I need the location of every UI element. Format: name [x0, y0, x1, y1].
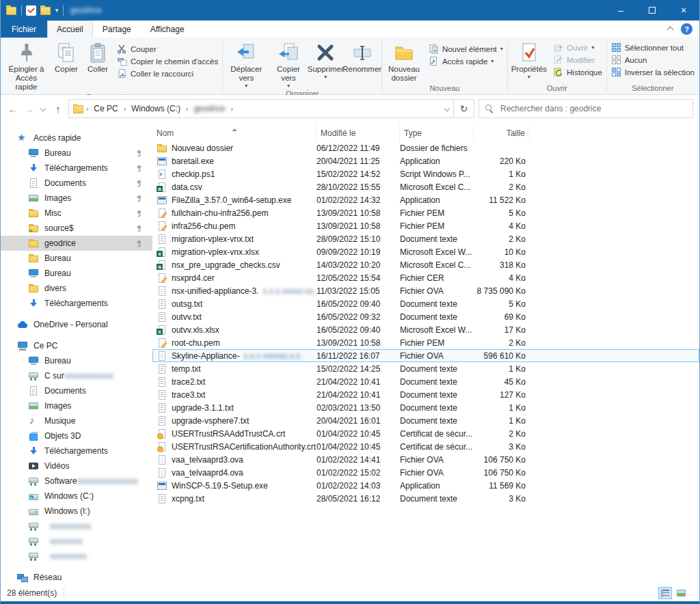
sidebar-item[interactable]: Images [1, 398, 152, 413]
tab-affichage[interactable]: Affichage [141, 20, 194, 38]
copy-to-button[interactable]: Copier vers ▾ [269, 40, 308, 89]
tab-fichier[interactable]: Fichier [1, 20, 47, 38]
address-dropdown-icon[interactable] [445, 107, 450, 111]
file-row[interactable]: FileZilla_3.57.0_win64-setup.exe 01/02/2… [152, 193, 699, 206]
sidebar-item[interactable]: Images [1, 191, 152, 206]
column-header-size[interactable]: Taille [474, 125, 530, 141]
file-row[interactable]: temp.txt 15/02/2022 14:25 Document texte… [152, 362, 699, 375]
file-row[interactable]: root-chu.pem 13/09/2021 10:58 Fichier PE… [152, 336, 699, 349]
sidebar-item[interactable]: Bureau [1, 353, 152, 368]
paste-shortcut-button[interactable]: Coller le raccourci [115, 68, 220, 79]
sidebar-item[interactable]: C sur xxxxxxxxxxxx [1, 368, 152, 383]
sidebar-item[interactable]: Bureau [1, 266, 152, 281]
new-folder-button[interactable]: Nouveau dossier [383, 40, 425, 83]
file-row[interactable]: migration-vplex-vnx.txt 28/09/2022 15:10… [152, 232, 699, 245]
refresh-button[interactable]: ↻ [454, 99, 474, 118]
sidebar-item[interactable]: Réseau [1, 570, 152, 585]
back-button[interactable]: ← [7, 103, 19, 115]
file-row[interactable]: xcpng.txt 28/05/2021 16:12 Document text… [152, 492, 699, 505]
sidebar-item[interactable]: source$ [1, 221, 152, 236]
sidebar-item[interactable]: Objets 3D [1, 428, 152, 443]
tab-accueil[interactable]: Accueil [47, 20, 93, 38]
properties-button[interactable]: Propriétés ▾ [509, 40, 550, 83]
collapse-ribbon-icon[interactable] [668, 27, 674, 31]
file-row[interactable]: USERTrustRSAAddTrustCA.crt 01/04/2022 10… [152, 427, 699, 440]
file-row[interactable]: migration-vplex-vnx.xlsx 09/09/2022 10:1… [152, 245, 699, 258]
file-row[interactable]: outsg.txt 16/05/2022 09:40 Document text… [152, 297, 699, 310]
file-row[interactable]: WinSCP-5.19.5-Setup.exe 01/02/2022 14:03… [152, 479, 699, 492]
file-row[interactable]: Skyline-Appliance- x.x.x xxxxxx.x.x. 16/… [152, 349, 699, 362]
move-to-button[interactable]: Déplacer vers ▾ [224, 40, 269, 89]
sidebar-item[interactable]: Vidéos [1, 458, 152, 473]
file-row[interactable]: Nouveau dossier 06/12/2022 11:49 Dossier… [152, 141, 699, 154]
up-button[interactable]: ↑ [52, 103, 64, 115]
file-row[interactable]: upgrade-3.1.1.txt 02/03/2021 13:50 Docum… [152, 401, 699, 414]
sidebar-item[interactable]: Accès rapide [1, 131, 152, 146]
sidebar-item[interactable]: OneDrive - Personal [1, 317, 152, 332]
search-input[interactable] [499, 103, 686, 114]
file-row[interactable]: outvv.xls.xlsx 16/05/2022 09:40 Microsof… [152, 323, 699, 336]
file-row[interactable]: nsxprd4.cer 12/05/2022 15:54 Fichier CER… [152, 271, 699, 284]
file-row[interactable]: trace2.txt 21/04/2022 10:41 Document tex… [152, 375, 699, 388]
file-row[interactable]: nsx-unified-appliance-3. x.x.x.xxxxx-xx.… [152, 284, 699, 297]
sidebar-item[interactable]: Musique [1, 413, 152, 428]
sidebar-item[interactable]: Ce PC [1, 338, 152, 353]
sidebar-item[interactable]: Windows (I:) [1, 504, 152, 519]
sidebar-item[interactable]: Bureau [1, 251, 152, 266]
minimize-button[interactable]: – [605, 0, 636, 20]
copy-path-button[interactable]: w Copier le chemin d'accès [115, 56, 220, 66]
pin-to-quick-access-button[interactable]: Épingler à Accès rapide [2, 40, 51, 92]
breadcrumb-current-folder[interactable]: geodrice [190, 104, 228, 113]
file-row[interactable]: nsx_pre_upgrade_checks.csv 14/03/2022 10… [152, 258, 699, 271]
file-row[interactable]: vaa_telvaaprd4.ova 01/02/2022 15:02 Fich… [152, 466, 699, 479]
breadcrumb-ce-pc[interactable]: Ce PC [90, 104, 121, 113]
qat-customize-caret-icon[interactable]: ▾ [55, 7, 59, 14]
invert-selection-button[interactable]: Inverser la sélection [609, 67, 697, 77]
sidebar-item[interactable]: Documents [1, 383, 152, 398]
sidebar-item[interactable]: xxxxxxxx [1, 534, 152, 549]
history-button[interactable]: Historique [551, 67, 604, 77]
quick-access-button[interactable]: Accès rapide ▾ [427, 56, 505, 66]
column-header-name[interactable]: Nom [152, 125, 317, 141]
new-folder-quick-icon[interactable] [40, 5, 51, 15]
rename-button[interactable]: Renommer [343, 40, 381, 89]
maximize-button[interactable] [636, 0, 668, 20]
sidebar-item[interactable]: divers [1, 281, 152, 296]
file-row[interactable]: infra256-chu.pem 13/09/2021 10:58 Fichie… [152, 219, 699, 232]
file-row[interactable]: outvv.txt 16/05/2022 09:32 Document text… [152, 310, 699, 323]
sidebar-item[interactable]: Documents [1, 176, 152, 191]
file-row[interactable]: data.csv 28/10/2022 15:55 Microsoft Exce… [152, 180, 699, 193]
properties-quick-icon[interactable] [26, 5, 36, 16]
file-row[interactable]: checkip.ps1 15/02/2022 14:52 Script Wind… [152, 167, 699, 180]
sidebar-item[interactable]: geodrice [1, 236, 152, 251]
forward-button[interactable]: → [23, 103, 36, 115]
file-row[interactable]: upgrade-vsphere7.txt 20/04/2021 16:01 Do… [152, 414, 699, 427]
breadcrumb-drive[interactable]: Windows (C:) [128, 104, 184, 113]
address-bar[interactable]: › Ce PC › Windows (C:) › geodrice › [68, 99, 454, 118]
cut-button[interactable]: Couper [115, 44, 220, 54]
file-row[interactable]: trace3.txt 21/04/2022 10:41 Document tex… [152, 388, 699, 401]
file-row[interactable]: baretail.exe 20/04/2021 11:25 Applicatio… [152, 154, 699, 167]
large-icons-view-button[interactable] [674, 587, 688, 599]
select-all-button[interactable]: Sélectionner tout [609, 42, 697, 53]
file-row[interactable]: fullchain-chu-infra256.pem 13/09/2021 10… [152, 206, 699, 219]
paste-button[interactable]: Coller [82, 40, 113, 92]
column-header-date[interactable]: Modifié le [317, 125, 400, 141]
details-view-button[interactable] [658, 587, 672, 599]
sidebar-item[interactable]: Software xxxxxxxxxxxxxxx [1, 473, 152, 489]
column-header-type[interactable]: Type [400, 125, 474, 141]
sidebar-item[interactable]: Téléchargements [1, 443, 152, 458]
file-row[interactable]: USERTrustRSACertificationAuthority.crt 0… [152, 440, 699, 453]
sidebar-item[interactable]: xxxxxxxxxx [1, 519, 152, 534]
sidebar-item[interactable]: Téléchargements [1, 161, 152, 176]
tab-partage[interactable]: Partage [93, 20, 141, 38]
copy-button[interactable]: Copier [51, 40, 82, 92]
sidebar-item[interactable]: Bureau [1, 146, 152, 161]
sidebar-item[interactable]: xxxxxxxxx [1, 549, 152, 564]
close-button[interactable]: × [668, 0, 699, 20]
sidebar-item[interactable]: Téléchargements [1, 296, 152, 311]
search-box[interactable] [479, 99, 693, 118]
select-none-button[interactable]: Aucun [609, 55, 697, 65]
recent-locations-icon[interactable] [41, 107, 46, 111]
help-icon[interactable]: ? [681, 23, 692, 35]
